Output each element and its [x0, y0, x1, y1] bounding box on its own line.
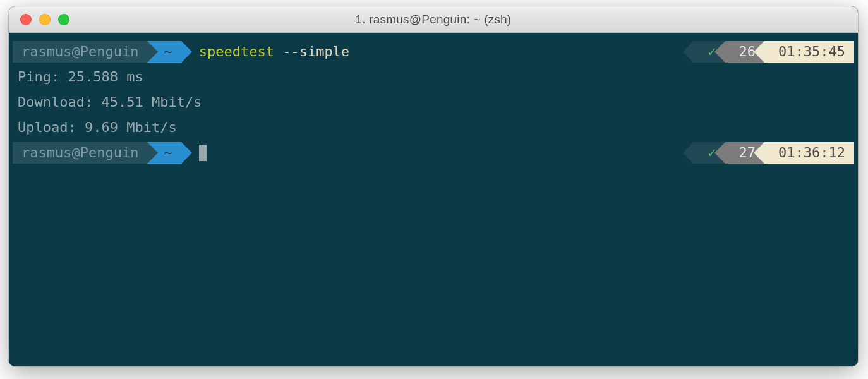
chevron-left-icon	[714, 41, 725, 63]
text-cursor	[199, 145, 207, 161]
status-time-segment: 01:35:45	[764, 41, 854, 63]
chevron-right-icon	[181, 142, 192, 164]
window-controls	[9, 14, 69, 25]
output-line: Ping: 25.588 ms	[9, 64, 858, 90]
status-time-segment: 01:36:12	[764, 142, 854, 164]
clock-time: 01:35:45	[778, 39, 845, 64]
window-titlebar[interactable]: 1. rasmus@Penguin: ~ (zsh)	[9, 6, 858, 33]
chevron-left-icon	[683, 142, 694, 164]
prompt-dir: ~	[164, 140, 172, 165]
prompt-host: rasmus@Penguin	[21, 140, 138, 165]
window-title: 1. rasmus@Penguin: ~ (zsh)	[9, 13, 858, 27]
command-text: speedtest --simple	[181, 39, 349, 64]
chevron-left-icon	[714, 142, 725, 164]
prompt-host: rasmus@Penguin	[21, 39, 138, 64]
command-args: --simple	[274, 44, 349, 59]
terminal-window: 1. rasmus@Penguin: ~ (zsh) rasmus@Pengui…	[9, 6, 858, 366]
minimize-icon[interactable]	[39, 14, 51, 25]
prompt-line: rasmus@Penguin ~ speedtest --simple ✓ 26	[9, 39, 858, 64]
output-line: Download: 45.51 Mbit/s	[9, 90, 858, 115]
chevron-left-icon	[683, 41, 694, 63]
prompt-line: rasmus@Penguin ~ ✓ 27 01:36:12	[9, 140, 858, 165]
chevron-right-icon	[181, 41, 192, 63]
prompt-dir: ~	[164, 39, 172, 64]
terminal-body[interactable]: rasmus@Penguin ~ speedtest --simple ✓ 26	[9, 33, 858, 366]
prompt-right-status: ✓ 27 01:36:12	[694, 142, 858, 164]
chevron-left-icon	[754, 142, 764, 164]
prompt-host-segment: rasmus@Penguin	[13, 41, 147, 63]
output-line: Upload: 9.69 Mbit/s	[9, 115, 858, 140]
prompt-right-status: ✓ 26 01:35:45	[694, 41, 858, 63]
chevron-right-icon	[147, 41, 158, 63]
clock-time: 01:36:12	[778, 140, 845, 165]
close-icon[interactable]	[20, 14, 32, 25]
command-executable: speedtest	[199, 44, 274, 59]
zoom-icon[interactable]	[58, 14, 69, 25]
prompt-host-segment: rasmus@Penguin	[13, 142, 147, 164]
chevron-left-icon	[754, 41, 764, 63]
chevron-right-icon	[147, 142, 158, 164]
